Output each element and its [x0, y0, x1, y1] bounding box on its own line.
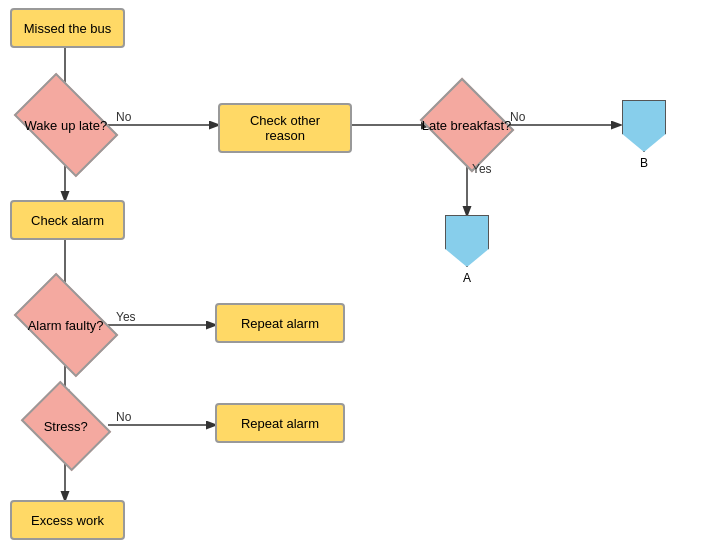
excess-work-label: Excess work [31, 513, 104, 528]
check-alarm-node: Check alarm [10, 200, 125, 240]
no-label-stress: No [116, 410, 131, 424]
connector-a-shape [445, 215, 489, 267]
alarm-faulty-node: Alarm faulty? [14, 273, 119, 378]
repeat-alarm-1-node: Repeat alarm [215, 303, 345, 343]
late-breakfast-node: Late breakfast? [420, 78, 515, 173]
wake-up-late-node: Wake up late? [14, 73, 119, 178]
yes-label-alarm: Yes [116, 310, 136, 324]
stress-node: Stress? [21, 381, 112, 472]
no-label-late: No [510, 110, 525, 124]
late-breakfast-label: Late breakfast? [422, 118, 512, 133]
repeat-alarm-2-node: Repeat alarm [215, 403, 345, 443]
check-alarm-label: Check alarm [31, 213, 104, 228]
missed-bus-node: Missed the bus [10, 8, 125, 48]
check-other-reason-node: Check other reason [218, 103, 352, 153]
check-other-reason-label: Check other reason [230, 113, 340, 143]
connector-a-label: A [463, 271, 471, 285]
no-label-wake: No [116, 110, 131, 124]
stress-label: Stress? [44, 418, 88, 433]
excess-work-node: Excess work [10, 500, 125, 540]
connector-b-label: B [640, 156, 648, 170]
alarm-faulty-label: Alarm faulty? [28, 318, 104, 333]
wake-up-late-label: Wake up late? [25, 118, 108, 133]
yes-label-late: Yes [472, 162, 492, 176]
repeat-alarm-2-label: Repeat alarm [241, 416, 319, 431]
connector-b-container: B [622, 100, 666, 170]
missed-bus-label: Missed the bus [24, 21, 111, 36]
repeat-alarm-1-label: Repeat alarm [241, 316, 319, 331]
connector-b-shape [622, 100, 666, 152]
connector-a-container: A [445, 215, 489, 285]
